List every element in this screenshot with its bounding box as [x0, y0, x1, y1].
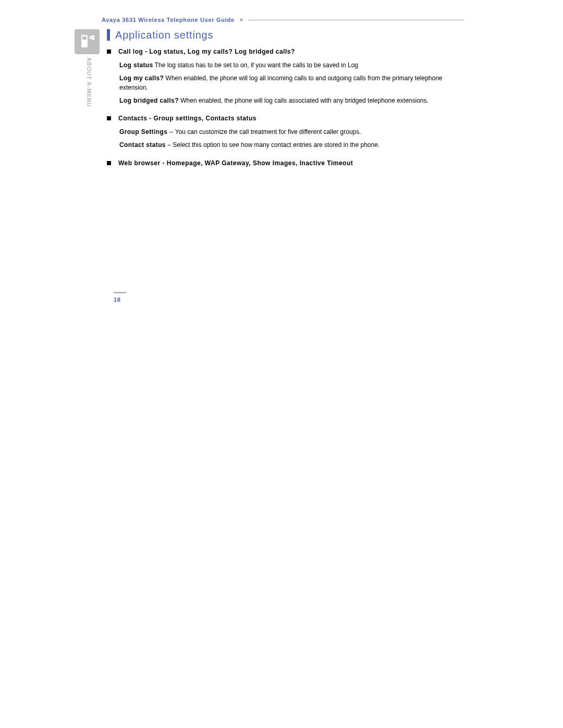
bullet-heading: Web browser - Homepage, WAP Gateway, Sho…: [118, 159, 353, 167]
list-item: Web browser - Homepage, WAP Gateway, Sho…: [107, 159, 464, 167]
page-number-bar: [114, 292, 126, 293]
page-number: 18: [114, 292, 126, 303]
square-bullet-icon: [107, 50, 111, 54]
header-rule: [248, 20, 464, 20]
square-bullet-icon: [107, 116, 111, 120]
section-title: Application settings: [107, 29, 464, 41]
svg-rect-2: [82, 36, 87, 40]
bullet-description: Group Settings -- You can customize the …: [119, 127, 464, 150]
running-header: Avaya 3631 Wireless Telephone User Guide: [102, 17, 464, 23]
list-item: Contacts - Group settings, Contacts stat…: [107, 115, 464, 150]
bullet-heading: Contacts - Group settings, Contacts stat…: [118, 115, 256, 122]
header-dot-icon: [240, 18, 243, 21]
main-content: Application settings Call log - Log stat…: [107, 29, 464, 176]
bullet-heading: Call log - Log status, Log my calls? Log…: [118, 48, 295, 55]
page-number-value: 18: [114, 297, 126, 303]
bullet-description: Log status The log status has to be set …: [119, 60, 464, 105]
bullet-list: Call log - Log status, Log my calls? Log…: [107, 48, 464, 167]
square-bullet-icon: [107, 161, 111, 165]
list-item: Call log - Log status, Log my calls? Log…: [107, 48, 464, 105]
side-section-label: ABOUT A-MENU: [82, 57, 92, 120]
phone-icon: [75, 29, 100, 54]
doc-title: Avaya 3631 Wireless Telephone User Guide: [102, 17, 240, 23]
document-page: Avaya 3631 Wireless Telephone User Guide…: [0, 0, 563, 728]
